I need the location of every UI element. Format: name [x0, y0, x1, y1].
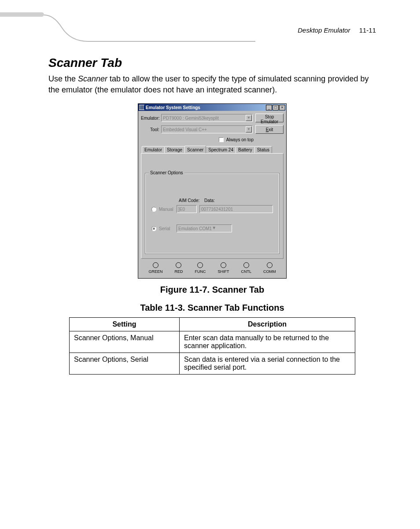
window-body: Emulator: PDT9000 : Gemini53keysplit ▼ S… [138, 111, 286, 278]
close-button[interactable]: × [279, 105, 285, 110]
aim-code-input[interactable]: ]E0 [177, 205, 197, 213]
led-cntl: CNTL [241, 262, 251, 274]
always-on-top-checkbox[interactable] [219, 137, 224, 142]
tool-row: Tool: Embedded Visual C++ ▼ Exit [141, 125, 284, 134]
tool-select-value: Embedded Visual C++ [163, 127, 207, 132]
header-decoration-curve [44, 14, 255, 45]
scanner-options-legend: Scanner Options [149, 170, 184, 175]
section-intro: Use the Scanner tab to allow the user to… [48, 73, 376, 96]
aim-code-label: AIM Code: [179, 198, 200, 203]
header-decoration-bar [0, 12, 44, 17]
table-header-row: Setting Description [70, 318, 355, 331]
serial-radio[interactable] [151, 226, 156, 231]
minimize-button[interactable]: _ [266, 105, 272, 110]
data-value: 0077162431201 [201, 207, 233, 212]
led-label: FUNC [195, 269, 206, 274]
functions-table: Setting Description Scanner Options, Man… [69, 317, 355, 375]
led-label: COMM [263, 269, 276, 274]
field-header-row: AIM Code: Data: [179, 198, 215, 203]
tool-select[interactable]: Embedded Visual C++ ▼ [161, 125, 253, 133]
tab-battery[interactable]: Battery [236, 146, 255, 154]
intro-pre: Use the [48, 74, 78, 83]
window-title: Emulator System Settings [146, 105, 266, 110]
cell-setting: Scanner Options, Serial [70, 353, 180, 375]
emulator-select-value: PDT9000 : Gemini53keysplit [163, 116, 219, 121]
doc-title: Desktop Emulator [298, 26, 350, 34]
tab-spectrum24[interactable]: Spectrum 24 [206, 146, 236, 154]
titlebar[interactable]: Emulator System Settings _ □ × [138, 104, 286, 111]
led-dot-icon [176, 262, 181, 268]
window-buttons: _ □ × [266, 105, 285, 110]
led-shift: SHIFT [217, 262, 229, 274]
th-setting: Setting [70, 318, 180, 331]
cell-description: Enter scan data manually to be returned … [180, 331, 355, 353]
tab-storage[interactable]: Storage [164, 146, 185, 154]
led-dot-icon [197, 262, 203, 268]
serial-port-value: Emulation COM1 [178, 226, 212, 231]
svg-rect-2 [141, 105, 142, 110]
table-caption: Table 11-3. Scanner Tab Functions [48, 303, 376, 313]
cell-description: Scan data is entered via a serial connec… [180, 353, 355, 375]
tab-strip: Emulator Storage Scanner Spectrum 24 Bat… [141, 146, 284, 153]
led-func: FUNC [195, 262, 206, 274]
manual-radio[interactable] [151, 207, 156, 212]
chevron-down-icon: ▼ [246, 115, 252, 121]
figure-caption: Figure 11-7. Scanner Tab [48, 285, 376, 295]
tool-label: Tool: [141, 127, 161, 132]
exit-button-rest: xit [269, 127, 273, 132]
tab-scanner[interactable]: Scanner [184, 146, 206, 153]
led-label: GREEN [148, 269, 162, 274]
led-label: CNTL [241, 269, 251, 274]
emulator-select[interactable]: PDT9000 : Gemini53keysplit ▼ [161, 114, 253, 122]
emulator-window: Emulator System Settings _ □ × Emulator:… [138, 103, 287, 279]
led-comm: COMM [263, 262, 276, 274]
data-input[interactable]: 0077162431201 [199, 205, 273, 213]
led-dot-icon [153, 262, 158, 268]
led-row: GREEN RED FUNC SHIFT CNTL COMM [141, 259, 284, 275]
led-dot-icon [221, 262, 226, 268]
cell-setting: Scanner Options, Manual [70, 331, 180, 353]
tab-status[interactable]: Status [254, 146, 272, 154]
always-on-top-label: Always on top [226, 137, 254, 142]
svg-rect-1 [140, 105, 140, 110]
svg-rect-3 [142, 105, 143, 110]
figure-wrap: Emulator System Settings _ □ × Emulator:… [48, 103, 376, 279]
tab-panel-scanner: Scanner Options AIM Code: Data: Manual ]… [141, 153, 284, 259]
scanner-options-group: Scanner Options AIM Code: Data: Manual ]… [145, 173, 280, 254]
section-title: Scanner Tab [48, 56, 376, 70]
led-red: RED [174, 262, 183, 274]
led-dot-icon [243, 262, 249, 268]
always-on-top-row: Always on top [141, 136, 284, 145]
serial-port-select[interactable]: Emulation COM1 ▼ [177, 224, 232, 232]
emulator-row: Emulator: PDT9000 : Gemini53keysplit ▼ S… [141, 114, 284, 122]
th-description: Description [180, 318, 355, 331]
serial-option-row: Serial Emulation COM1 ▼ [151, 224, 273, 232]
maximize-button[interactable]: □ [273, 105, 279, 110]
page: Desktop Emulator 11-11 Scanner Tab Use t… [0, 0, 420, 529]
manual-option-row: Manual ]E0 0077162431201 [151, 205, 273, 213]
data-label: Data: [204, 198, 215, 203]
serial-label: Serial [159, 226, 177, 231]
led-label: SHIFT [217, 269, 229, 274]
tab-emulator[interactable]: Emulator [142, 146, 165, 154]
led-label: RED [174, 269, 183, 274]
led-dot-icon [267, 262, 273, 268]
emulator-label: Emulator: [141, 116, 161, 121]
table-row: Scanner Options, Serial Scan data is ent… [70, 353, 355, 375]
intro-em: Scanner [78, 74, 107, 83]
page-number: 11-11 [359, 26, 376, 34]
manual-label: Manual [159, 207, 177, 212]
aim-code-value: ]E0 [178, 207, 185, 212]
table-row: Scanner Options, Manual Enter scan data … [70, 331, 355, 353]
chevron-down-icon: ▼ [246, 126, 252, 132]
chevron-down-icon: ▼ [212, 225, 216, 231]
app-icon [139, 105, 144, 110]
svg-rect-4 [144, 105, 144, 110]
exit-button[interactable]: Exit [255, 125, 284, 134]
stop-emulator-button[interactable]: Stop Emulator [255, 114, 284, 122]
led-green: GREEN [148, 262, 162, 274]
